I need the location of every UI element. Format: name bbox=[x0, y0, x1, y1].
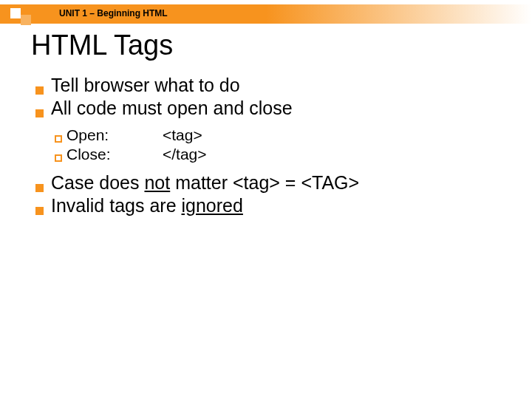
bullet-text: Invalid tags are ignored bbox=[51, 195, 243, 216]
bullet-icon bbox=[35, 207, 44, 215]
sub-item: Open: <tag> bbox=[55, 126, 532, 144]
sub-list: Open: <tag> Close: </tag> bbox=[55, 126, 532, 163]
bullet-icon bbox=[35, 109, 44, 117]
header-bar: UNIT 1 – Beginning HTML bbox=[0, 4, 532, 24]
bullet-text: Tell browser what to do bbox=[51, 75, 240, 96]
bullet-icon bbox=[35, 86, 44, 95]
bullet-text: All code must open and close bbox=[51, 98, 293, 119]
decor-square-orange bbox=[21, 15, 31, 25]
sub-bullet-icon bbox=[55, 154, 62, 162]
list-item: Invalid tags are ignored bbox=[35, 195, 532, 216]
sub-item: Close: </tag> bbox=[55, 146, 532, 163]
decor-square-white bbox=[10, 8, 21, 18]
sub-label: Close: bbox=[66, 146, 163, 163]
text-underline-not: not bbox=[144, 172, 170, 193]
list-item: All code must open and close bbox=[35, 98, 532, 119]
sub-bullet-icon bbox=[55, 135, 62, 143]
list-item: Case does not matter <tag> = <TAG> bbox=[35, 172, 532, 194]
bullet-text: Case does not matter <tag> = <TAG> bbox=[51, 172, 359, 194]
unit-label: UNIT 1 – Beginning HTML bbox=[59, 8, 168, 18]
bullet-icon bbox=[35, 184, 44, 192]
sub-value: </tag> bbox=[163, 146, 207, 163]
list-item: Tell browser what to do bbox=[35, 75, 532, 96]
sub-label: Open: bbox=[66, 126, 163, 144]
sub-value: <tag> bbox=[163, 126, 202, 144]
page-title: HTML Tags bbox=[31, 30, 532, 61]
content: Tell browser what to do All code must op… bbox=[35, 75, 532, 216]
text-underline-ignored: ignored bbox=[182, 195, 243, 216]
text-pre: Invalid tags are bbox=[51, 195, 182, 216]
text-pre: Case does bbox=[51, 172, 144, 193]
text-post: matter <tag> = <TAG> bbox=[170, 172, 359, 193]
